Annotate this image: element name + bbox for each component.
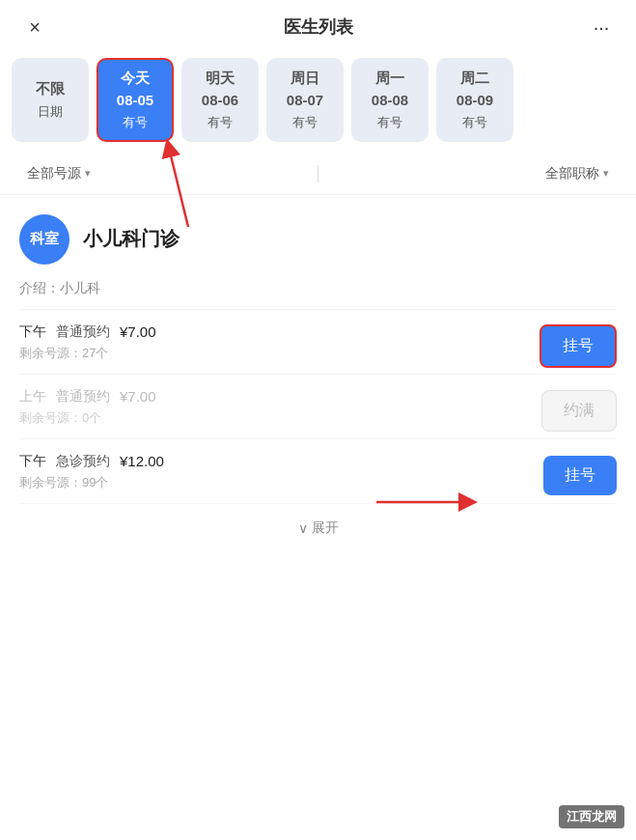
appt-price-2: ¥7.00 <box>120 388 156 405</box>
appt-type-3: 急诊预约 <box>56 453 110 470</box>
appt-row1-3: 下午 急诊预约 ¥12.00 <box>19 453 164 470</box>
date-sub: 有号 <box>462 113 487 132</box>
expand-button[interactable]: ∨ 展开 <box>19 504 617 556</box>
appt-left-1: 下午 普通预约 ¥7.00 剩余号源：27个 <box>19 323 156 370</box>
date-sub: 有号 <box>207 113 233 132</box>
register-button-3[interactable]: 挂号 <box>543 456 617 495</box>
appt-remaining-1: 剩余号源：27个 <box>19 345 156 362</box>
title-filter-button[interactable]: 全部职称 ▾ <box>538 161 617 186</box>
appt-period-2: 上午 <box>19 388 46 406</box>
date-selector: 不限日期今天08-05有号明天08-06有号周日08-07有号周一08-08有号… <box>0 50 636 154</box>
date-line2: 08-07 <box>287 90 323 112</box>
date-line2: 日期 <box>38 102 63 122</box>
date-item-tuesday[interactable]: 周二08-09有号 <box>436 58 513 142</box>
appointment-list: 下午 普通预约 ¥7.00 剩余号源：27个 挂号 上午 普通预约 ¥7.00 … <box>19 310 617 504</box>
date-line1: 周日 <box>290 68 319 90</box>
date-line2: 08-09 <box>456 90 493 112</box>
date-row: 不限日期今天08-05有号明天08-06有号周日08-07有号周一08-08有号… <box>12 58 624 142</box>
more-button[interactable]: ··· <box>586 16 617 39</box>
date-sub: 有号 <box>377 113 402 132</box>
date-line1: 明天 <box>206 68 235 90</box>
expand-label: 展开 <box>312 519 339 537</box>
appt-period-3: 下午 <box>19 453 46 470</box>
appt-remaining-2: 剩余号源：0个 <box>19 409 156 427</box>
appt-left-2: 上午 普通预约 ¥7.00 剩余号源：0个 <box>19 388 156 434</box>
doctor-name: 小儿科门诊 <box>83 226 180 252</box>
appt-row1-1: 下午 普通预约 ¥7.00 <box>19 323 156 341</box>
appointment-item-2: 上午 普通预约 ¥7.00 剩余号源：0个 约满 <box>19 375 617 439</box>
watermark: 江西龙网 <box>559 805 624 828</box>
appt-price-3: ¥12.00 <box>120 453 164 469</box>
date-line1: 周二 <box>460 68 489 90</box>
date-line1: 周一 <box>375 68 404 90</box>
doctor-header: 科室 小儿科门诊 <box>19 214 617 265</box>
date-item-tomorrow[interactable]: 明天08-06有号 <box>181 58 259 142</box>
date-item-unlimited[interactable]: 不限日期 <box>12 58 89 142</box>
header: × 医生列表 ··· <box>0 0 636 50</box>
register-button-2: 约满 <box>541 390 617 432</box>
date-sub: 有号 <box>292 113 318 132</box>
intro-line: 介绍：小儿科 <box>19 276 617 310</box>
date-line1: 不限 <box>36 78 65 100</box>
title-filter-chevron-icon: ▾ <box>603 167 609 180</box>
filters-row: 全部号源 ▾ 全部职称 ▾ <box>0 154 636 195</box>
date-sub: 有号 <box>123 113 148 132</box>
appt-price-1: ¥7.00 <box>120 323 156 340</box>
source-filter-label: 全部号源 <box>27 165 81 182</box>
appt-row1-2: 上午 普通预约 ¥7.00 <box>19 388 156 406</box>
expand-icon: ∨ <box>298 520 308 536</box>
appointment-item-1: 下午 普通预约 ¥7.00 剩余号源：27个 挂号 <box>19 310 617 375</box>
date-item-sunday[interactable]: 周日08-07有号 <box>266 58 344 142</box>
filter-spacer <box>98 165 538 182</box>
close-button[interactable]: × <box>19 16 50 39</box>
appt-type-2: 普通预约 <box>56 388 110 406</box>
source-filter-button[interactable]: 全部号源 ▾ <box>19 161 98 186</box>
register-button-1[interactable]: 挂号 <box>539 324 617 368</box>
title-filter-label: 全部职称 <box>545 165 599 182</box>
doctor-section: 科室 小儿科门诊 介绍：小儿科 下午 普通预约 ¥7.00 剩余号源：27个 挂… <box>0 195 636 556</box>
date-item-monday[interactable]: 周一08-08有号 <box>351 58 429 142</box>
source-filter-chevron-icon: ▾ <box>85 167 91 180</box>
appointment-item-3: 下午 急诊预约 ¥12.00 剩余号源：99个 挂号 <box>19 439 617 504</box>
date-item-today[interactable]: 今天08-05有号 <box>97 58 174 142</box>
appt-remaining-3: 剩余号源：99个 <box>19 474 164 491</box>
appt-type-1: 普通预约 <box>56 323 110 341</box>
date-line2: 08-08 <box>372 90 408 112</box>
date-line2: 08-05 <box>117 90 153 112</box>
date-line1: 今天 <box>121 68 150 90</box>
dept-badge: 科室 <box>19 214 69 265</box>
page-title: 医生列表 <box>284 15 353 39</box>
appt-left-3: 下午 急诊预约 ¥12.00 剩余号源：99个 <box>19 453 164 499</box>
date-line2: 08-06 <box>202 90 238 112</box>
filter-divider-line <box>318 165 318 182</box>
appt-period-1: 下午 <box>19 323 46 341</box>
